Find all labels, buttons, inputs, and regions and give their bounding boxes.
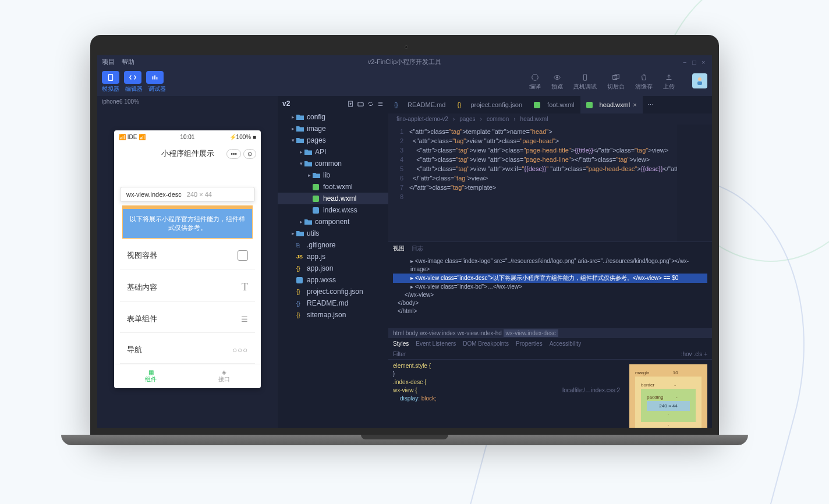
menu-item-navigation[interactable]: 导航○○○ bbox=[120, 336, 255, 364]
window-minimize-icon[interactable]: − bbox=[683, 59, 689, 65]
tree-item-sitemap-json[interactable]: {}sitemap.json bbox=[278, 309, 388, 321]
container-icon bbox=[238, 250, 248, 261]
tree-item-app-json[interactable]: {}app.json bbox=[278, 262, 388, 274]
menu-project[interactable]: 项目 bbox=[102, 58, 115, 66]
style-tab-accessibility[interactable]: Accessibility bbox=[550, 340, 581, 347]
json-icon: {} bbox=[296, 265, 304, 272]
tab-api[interactable]: ◈接口 bbox=[187, 364, 261, 388]
tree-item-app-js[interactable]: JSapp.js bbox=[278, 251, 388, 262]
tree-item-common[interactable]: ▾common bbox=[278, 158, 388, 169]
editor-toggle-button[interactable] bbox=[124, 71, 141, 84]
tree-item-config[interactable]: ▸config bbox=[278, 111, 388, 123]
new-file-icon[interactable] bbox=[348, 101, 354, 107]
devtools-tab-view[interactable]: 视图 bbox=[393, 244, 405, 253]
laptop-frame: 项目 帮助 v2-FinClip小程序开发工具 − □ × bbox=[90, 35, 719, 445]
css-rules[interactable]: element.style {}.index-desc {</span></di… bbox=[388, 360, 625, 428]
folder-icon bbox=[313, 172, 320, 179]
folder-icon bbox=[296, 137, 304, 144]
window-maximize-icon[interactable]: □ bbox=[692, 59, 698, 65]
tab-component[interactable]: ▦组件 bbox=[114, 364, 187, 388]
tree-item-lib[interactable]: ▸lib bbox=[278, 169, 388, 181]
editor-tab-project-config-json[interactable]: {}project.config.json bbox=[451, 96, 528, 113]
avatar[interactable] bbox=[692, 73, 707, 88]
upload-button[interactable]: 上传 bbox=[663, 73, 675, 91]
phone-more-button[interactable]: ••• bbox=[226, 149, 241, 159]
editor-tab-head-wxml[interactable]: head.wxml× bbox=[580, 96, 643, 113]
style-tab-dom-breakpoints[interactable]: DOM Breakpoints bbox=[463, 340, 509, 347]
background-button[interactable]: 切后台 bbox=[607, 73, 625, 91]
remote-debug-button[interactable]: 真机调试 bbox=[573, 73, 597, 91]
menu-item-view-container[interactable]: 视图容器 bbox=[120, 242, 255, 269]
box-model: margin 10 border - padding - 240 × 4 bbox=[625, 360, 712, 428]
tree-item-foot-wxml[interactable]: foot.wxml bbox=[278, 181, 388, 193]
wxss-icon bbox=[296, 277, 304, 283]
devtools-panel: 视图 日志 ▸ <wx-image class="index-logo" src… bbox=[388, 242, 712, 428]
elements-tree[interactable]: ▸ <wx-image class="index-logo" src="../r… bbox=[388, 255, 712, 328]
api-icon: ◈ bbox=[187, 369, 261, 375]
minimap[interactable] bbox=[677, 125, 712, 242]
svg-rect-3 bbox=[157, 77, 158, 79]
editor-tabs: {}README.md{}project.config.jsonfoot.wxm… bbox=[388, 96, 712, 113]
new-folder-icon[interactable] bbox=[357, 101, 364, 107]
tree-item-image[interactable]: ▸image bbox=[278, 123, 388, 134]
svg-rect-13 bbox=[313, 196, 319, 202]
phone-close-button[interactable]: ⊙ bbox=[243, 149, 256, 159]
tab-overflow-button[interactable]: ⋯ bbox=[643, 96, 658, 113]
tree-item-utils[interactable]: ▸utils bbox=[278, 228, 388, 239]
svg-rect-17 bbox=[586, 102, 593, 108]
tree-item-API[interactable]: ▸API bbox=[278, 146, 388, 158]
editor-tab-README-md[interactable]: {}README.md bbox=[388, 96, 451, 113]
clear-cache-button[interactable]: 清缓存 bbox=[635, 73, 653, 91]
tree-item-README-md[interactable]: {}README.md bbox=[278, 297, 388, 309]
phone-status-battery: ⚡100% ■ bbox=[229, 134, 256, 140]
js-icon: JS bbox=[296, 254, 304, 260]
devtools-tab-log[interactable]: 日志 bbox=[412, 244, 423, 253]
inspector-tooltip: wx-view.index-desc 240 × 44 bbox=[120, 187, 255, 202]
device-indicator[interactable]: iphone6 100% bbox=[97, 96, 278, 107]
style-tab-styles[interactable]: Styles bbox=[393, 340, 409, 347]
folder-icon bbox=[296, 114, 304, 120]
wxml-icon bbox=[313, 184, 320, 190]
tree-item-component[interactable]: ▸component bbox=[278, 216, 388, 228]
text-icon: T bbox=[242, 281, 248, 293]
preview-button[interactable]: 预览 bbox=[551, 73, 563, 91]
code-editor[interactable]: 12345678 <"attr">class="tag">template "a… bbox=[388, 125, 712, 242]
component-icon: ▦ bbox=[114, 369, 187, 375]
svg-rect-2 bbox=[154, 76, 155, 80]
debugger-toggle-button[interactable] bbox=[146, 71, 164, 84]
svg-rect-14 bbox=[313, 207, 319, 214]
menu-item-form[interactable]: 表单组件☰ bbox=[120, 306, 255, 333]
elements-breadcrumb[interactable]: html body wx-view.index wx-view.index-hd… bbox=[388, 328, 712, 338]
editor-tab-foot-wxml[interactable]: foot.wxml bbox=[528, 96, 580, 113]
window-close-icon[interactable]: × bbox=[702, 59, 707, 65]
wxml-icon bbox=[313, 196, 320, 202]
svg-rect-1 bbox=[153, 76, 154, 79]
phone-status-left: 📶 IDE 📶 bbox=[119, 134, 146, 140]
phone-simulator: 📶 IDE 📶 10:01 ⚡100% ■ 小程序组件展示 ••• ⊙ bbox=[114, 130, 261, 388]
folder-icon bbox=[304, 161, 312, 167]
menu-item-basic-content[interactable]: 基础内容T bbox=[120, 273, 255, 302]
refresh-icon[interactable] bbox=[367, 101, 374, 107]
tree-item-index-wxss[interactable]: index.wxss bbox=[278, 204, 388, 216]
debugger-label: 调试器 bbox=[148, 85, 166, 93]
tree-item-app-wxss[interactable]: app.wxss bbox=[278, 274, 388, 286]
tree-item-pages[interactable]: ▾pages bbox=[278, 134, 388, 146]
tab-close-icon[interactable]: × bbox=[633, 101, 636, 108]
tree-item--gitignore[interactable]: ⎘.gitignore bbox=[278, 239, 388, 251]
project-root[interactable]: v2 bbox=[282, 100, 290, 108]
file-tree-panel: v2 ▸config▸image▾pages▸API▾common▸libfoo… bbox=[278, 96, 388, 428]
style-tab-properties[interactable]: Properties bbox=[516, 340, 543, 347]
compile-button[interactable]: 编译 bbox=[529, 73, 541, 91]
simulator-toggle-button[interactable] bbox=[102, 71, 119, 84]
style-tab-event-listeners[interactable]: Event Listeners bbox=[416, 340, 456, 347]
collapse-icon[interactable] bbox=[377, 101, 384, 107]
tree-item-project-config-json[interactable]: {}project.config.json bbox=[278, 286, 388, 297]
tree-item-head-wxml[interactable]: head.wxml bbox=[278, 193, 388, 204]
breadcrumb[interactable]: fino-applet-demo-v2›pages›common›head.wx… bbox=[388, 113, 712, 125]
menu-help[interactable]: 帮助 bbox=[122, 58, 134, 66]
md-icon: {} bbox=[296, 300, 304, 307]
list-icon: ☰ bbox=[241, 315, 248, 324]
styles-hov-cls[interactable]: :hov .cls + bbox=[681, 351, 707, 357]
highlighted-element[interactable]: 以下将展示小程序官方组件能力，组件样式仅供参考。 bbox=[122, 205, 253, 239]
styles-filter-input[interactable]: Filter bbox=[393, 351, 406, 357]
